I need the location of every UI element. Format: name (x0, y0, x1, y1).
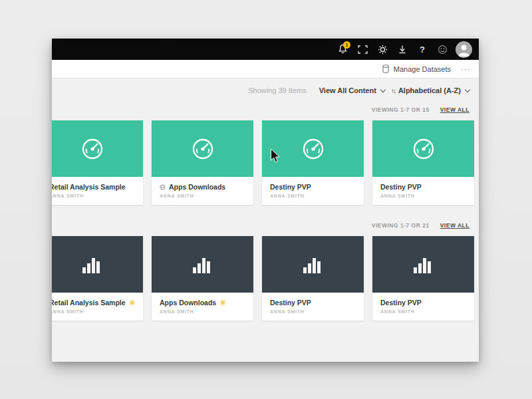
database-icon (382, 65, 389, 73)
desktop-background: 1 (0, 0, 532, 399)
card-owner: ANNA SMITH (380, 309, 466, 314)
card-thumbnail (52, 236, 143, 293)
globe-icon (160, 184, 166, 190)
section-header-reports: VIEWING 1-7 OR 21 VIEW ALL (61, 222, 469, 229)
account-button[interactable] (452, 39, 475, 60)
dashboard-card[interactable]: Retail Analysis Sample ANNA SMITH (52, 120, 143, 205)
content-area: Showing 39 Items View All Content ↑↓ Alp… (52, 86, 479, 321)
viewing-count-label: VIEWING 1-7 OR 15 (372, 106, 430, 113)
card-label: Retail Analysis Sample ANNA SMITH (52, 177, 143, 205)
card-title: Destiny PVP (270, 299, 311, 307)
view-all-link[interactable]: VIEW ALL (440, 106, 469, 113)
card-title: Apps Downloads (169, 183, 225, 191)
manage-datasets-button[interactable]: Manage Datasets (394, 65, 451, 73)
list-controls: Showing 39 Items View All Content ↑↓ Alp… (61, 86, 469, 94)
gear-icon (378, 45, 388, 55)
smiley-icon (438, 45, 448, 55)
bar-chart-icon (80, 255, 105, 275)
report-card[interactable]: Destiny PVP ANNA SMITH (372, 236, 474, 321)
settings-button[interactable] (372, 39, 392, 60)
card-title: Destiny PVP (270, 183, 311, 191)
card-title: Retail Analysis Sample (52, 299, 126, 307)
dataset-toolbar: Manage Datasets ··· (52, 60, 479, 78)
view-all-link[interactable]: VIEW ALL (440, 222, 469, 229)
card-owner: ANNA SMITH (160, 309, 245, 314)
dashboards-row: Retail Analysis Sample ANNA SMITH (52, 120, 469, 205)
chevron-down-icon (380, 87, 386, 92)
star-icon (219, 299, 226, 306)
card-owner: ANNA SMITH (380, 194, 466, 198)
card-owner: ANNA SMITH (270, 194, 356, 198)
card-thumbnail (152, 120, 253, 177)
feedback-button[interactable] (432, 39, 452, 60)
person-icon (456, 41, 472, 58)
gauge-icon (188, 134, 217, 164)
chevron-down-icon (465, 87, 470, 92)
help-icon: ? (420, 45, 425, 55)
report-card[interactable]: Retail Analysis Sample ANNA SMITH (52, 236, 143, 321)
dashboard-card[interactable]: Apps Downloads ANNA SMITH (152, 120, 253, 205)
dashboard-card[interactable]: Destiny PVP ANNA SMITH (262, 120, 364, 205)
content-filter-label: View All Content (319, 86, 376, 94)
card-label: Destiny PVP ANNA SMITH (262, 293, 364, 321)
report-card[interactable]: Destiny PVP ANNA SMITH (262, 236, 364, 321)
card-label: Destiny PVP ANNA SMITH (262, 177, 364, 205)
reports-row: Retail Analysis Sample ANNA SMITH (52, 236, 469, 321)
sort-label: Alphabetical (A-Z) (398, 86, 461, 94)
more-options-button[interactable]: ··· (461, 65, 471, 74)
card-thumbnail (262, 236, 364, 293)
sort-dropdown[interactable]: ↑↓ Alphabetical (A-Z) (391, 86, 469, 94)
card-title: Apps Downloads (160, 299, 216, 307)
fit-to-screen-icon (358, 45, 368, 54)
viewing-count-label: VIEWING 1-7 OR 21 (372, 222, 430, 229)
card-thumbnail (372, 120, 474, 177)
gauge-icon (78, 134, 107, 164)
star-icon (129, 299, 135, 306)
card-label: Retail Analysis Sample ANNA SMITH (52, 293, 143, 321)
dashboard-card[interactable]: Destiny PVP ANNA SMITH (372, 120, 474, 205)
download-icon (398, 45, 407, 55)
top-nav-bar: 1 (52, 39, 479, 60)
download-button[interactable] (392, 39, 412, 60)
content-filter-dropdown[interactable]: View All Content (319, 86, 385, 94)
card-label: Apps Downloads ANNA SMITH (152, 293, 253, 321)
section-header-dashboards: VIEWING 1-7 OR 15 VIEW ALL (61, 106, 469, 113)
app-window: 1 (52, 39, 479, 362)
bar-chart-icon (301, 255, 326, 275)
notification-badge: 1 (343, 41, 350, 49)
avatar (456, 41, 472, 58)
gauge-icon (409, 134, 438, 164)
fit-to-screen-button[interactable] (352, 39, 372, 60)
card-thumbnail (152, 236, 253, 293)
card-title: Destiny PVP (380, 183, 422, 191)
card-thumbnail (372, 236, 474, 293)
card-title: Retail Analysis Sample (52, 183, 126, 191)
gauge-icon (299, 134, 328, 164)
card-owner: ANNA SMITH (160, 194, 245, 198)
card-label: Destiny PVP ANNA SMITH (372, 293, 474, 321)
report-card[interactable]: Apps Downloads ANNA SMITH (152, 236, 253, 321)
help-button[interactable]: ? (412, 39, 432, 60)
card-label: Apps Downloads ANNA SMITH (152, 177, 253, 205)
card-thumbnail (262, 120, 364, 177)
bar-chart-icon (190, 255, 215, 275)
card-owner: ANNA SMITH (52, 309, 135, 314)
sort-arrows-icon: ↑↓ (391, 87, 395, 94)
card-title: Destiny PVP (380, 299, 422, 307)
bar-chart-icon (411, 255, 436, 275)
card-owner: ANNA SMITH (52, 194, 135, 198)
notifications-button[interactable]: 1 (332, 39, 352, 60)
item-count-label: Showing 39 Items (248, 86, 306, 94)
card-owner: ANNA SMITH (270, 309, 356, 314)
card-label: Destiny PVP ANNA SMITH (372, 177, 474, 205)
card-thumbnail (52, 120, 143, 177)
